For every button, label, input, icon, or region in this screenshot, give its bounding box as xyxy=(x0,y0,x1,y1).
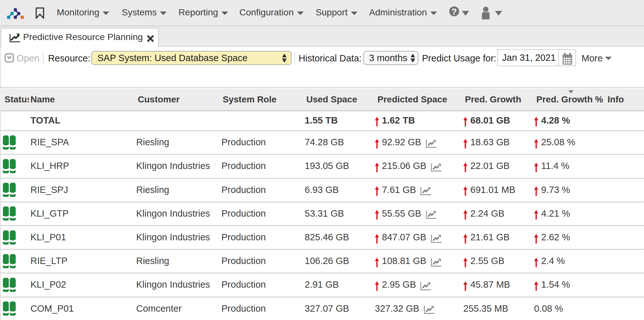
svg-text:?: ? xyxy=(451,7,457,17)
